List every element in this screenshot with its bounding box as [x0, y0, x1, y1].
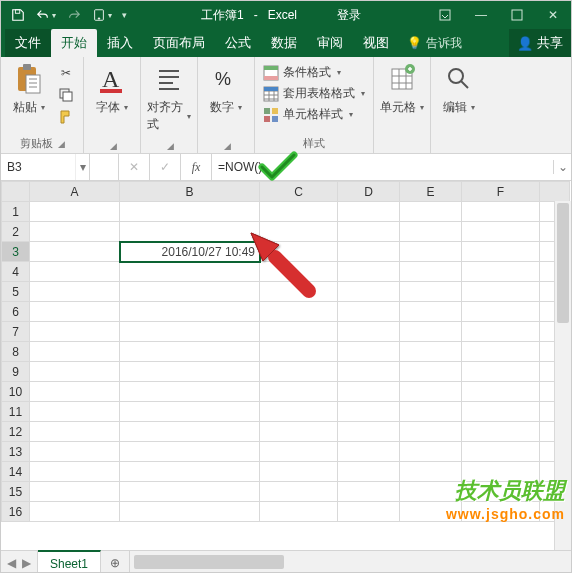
insert-function-button[interactable]: fx	[181, 154, 212, 180]
name-box-input[interactable]	[1, 154, 75, 180]
tell-me[interactable]: 💡告诉我	[399, 29, 470, 57]
col-header[interactable]: C	[260, 182, 338, 202]
col-header[interactable]: B	[120, 182, 260, 202]
group-cells: 单元格▾	[374, 57, 431, 153]
row-header[interactable]: 9	[2, 362, 30, 382]
align-launcher[interactable]: ◢	[167, 141, 174, 151]
touch-mode-button[interactable]: ▾	[89, 3, 115, 27]
share-button[interactable]: 👤共享	[509, 29, 571, 57]
col-header[interactable]	[540, 182, 570, 202]
conditional-format-button[interactable]: 条件格式▾	[261, 63, 367, 82]
editing-button[interactable]: 编辑▾	[437, 61, 481, 116]
svg-rect-15	[264, 76, 278, 80]
row-header[interactable]: 2	[2, 222, 30, 242]
paste-button[interactable]: 粘贴▾	[7, 61, 51, 116]
tab-review[interactable]: 审阅	[307, 29, 353, 57]
clipboard-launcher[interactable]: ◢	[58, 139, 65, 149]
row-header[interactable]: 7	[2, 322, 30, 342]
svg-rect-6	[23, 64, 31, 70]
svg-rect-9	[63, 92, 72, 101]
sheet-nav[interactable]: ◀▶	[1, 551, 38, 573]
close-button[interactable]: ✕	[535, 1, 571, 29]
row-header[interactable]: 10	[2, 382, 30, 402]
select-all-corner[interactable]	[2, 182, 30, 202]
row-header[interactable]: 12	[2, 422, 30, 442]
svg-point-2	[98, 18, 99, 19]
row-header[interactable]: 4	[2, 262, 30, 282]
horizontal-scrollbar[interactable]	[130, 551, 571, 573]
new-sheet-button[interactable]: ⊕	[101, 551, 130, 573]
tab-formulas[interactable]: 公式	[215, 29, 261, 57]
scrollbar-thumb[interactable]	[134, 555, 284, 569]
undo-button[interactable]: ▾	[33, 3, 59, 27]
enter-formula-button[interactable]: ✓	[150, 154, 181, 180]
svg-rect-18	[264, 108, 270, 114]
formula-input-wrap: ⌄	[212, 154, 571, 180]
tab-view[interactable]: 视图	[353, 29, 399, 57]
tab-page-layout[interactable]: 页面布局	[143, 29, 215, 57]
svg-rect-11	[100, 89, 122, 93]
qat-customize-button[interactable]: ▾	[117, 3, 131, 27]
row-header[interactable]: 11	[2, 402, 30, 422]
redo-button[interactable]	[61, 3, 87, 27]
row-header[interactable]: 13	[2, 442, 30, 462]
save-button[interactable]	[5, 3, 31, 27]
col-header[interactable]: A	[30, 182, 120, 202]
tab-file[interactable]: 文件	[5, 29, 51, 57]
share-icon: 👤	[517, 36, 533, 51]
sheet-tab[interactable]: Sheet1	[38, 550, 101, 573]
ribbon-tabs: 文件 开始 插入 页面布局 公式 数据 审阅 视图 💡告诉我 👤共享	[1, 29, 571, 57]
cell-styles-button[interactable]: 单元格样式▾	[261, 105, 367, 124]
row-header[interactable]: 6	[2, 302, 30, 322]
font-launcher[interactable]: ◢	[110, 141, 117, 151]
col-header[interactable]: E	[400, 182, 462, 202]
row-header[interactable]: 5	[2, 282, 30, 302]
format-as-table-button[interactable]: 套用表格格式▾	[261, 84, 367, 103]
row-header[interactable]: 15	[2, 482, 30, 502]
copy-button[interactable]	[55, 85, 77, 105]
cell-b3[interactable]: 2016/10/27 10:49	[120, 242, 260, 262]
login-link[interactable]: 登录	[337, 7, 361, 24]
svg-rect-20	[264, 116, 270, 122]
title-bar: ▾ ▾ ▾ 工作簿1 - Excel 登录 — ✕	[1, 1, 571, 29]
formula-input[interactable]	[212, 160, 553, 174]
expand-formula-bar-button[interactable]: ⌄	[553, 160, 571, 174]
row-header[interactable]: 3	[2, 242, 30, 262]
name-box[interactable]: ▾	[1, 154, 90, 180]
lightbulb-icon: 💡	[407, 36, 422, 50]
svg-rect-7	[26, 75, 40, 93]
row-header[interactable]: 8	[2, 342, 30, 362]
cancel-formula-button[interactable]: ✕	[119, 154, 150, 180]
format-painter-button[interactable]	[55, 107, 77, 127]
tab-insert[interactable]: 插入	[97, 29, 143, 57]
number-launcher[interactable]: ◢	[224, 141, 231, 151]
scrollbar-thumb[interactable]	[557, 203, 569, 323]
app-window: ▾ ▾ ▾ 工作簿1 - Excel 登录 — ✕ 文件 开始 插入 页面布局 …	[0, 0, 572, 573]
row-header[interactable]: 1	[2, 202, 30, 222]
ribbon-options-button[interactable]	[427, 1, 463, 29]
col-header[interactable]: D	[338, 182, 400, 202]
group-alignment: 对齐方式▾ ◢	[141, 57, 198, 153]
maximize-button[interactable]	[499, 1, 535, 29]
cut-button[interactable]: ✂	[55, 63, 77, 83]
vertical-scrollbar[interactable]	[554, 201, 571, 550]
sheet-prev-icon: ◀	[7, 556, 16, 570]
app-name: Excel	[268, 8, 297, 22]
col-header[interactable]: F	[462, 182, 540, 202]
window-title: 工作簿1 - Excel 登录	[135, 7, 427, 24]
alignment-button[interactable]: 对齐方式▾	[147, 61, 191, 133]
tab-home[interactable]: 开始	[51, 29, 97, 57]
cells-button[interactable]: 单元格▾	[380, 61, 424, 116]
group-number: % 数字▾ ◢	[198, 57, 255, 153]
worksheet-grid[interactable]: A B C D E F 1 2 32016/10/27 10:49 4 5 6 …	[1, 181, 571, 550]
row-header[interactable]: 14	[2, 462, 30, 482]
svg-rect-17	[264, 87, 278, 91]
minimize-button[interactable]: —	[463, 1, 499, 29]
row-header[interactable]: 16	[2, 502, 30, 522]
number-button[interactable]: % 数字▾	[204, 61, 248, 116]
font-button[interactable]: A 字体▾	[90, 61, 134, 116]
document-name: 工作簿1	[201, 7, 244, 24]
name-box-dropdown[interactable]: ▾	[75, 154, 89, 180]
tab-data[interactable]: 数据	[261, 29, 307, 57]
svg-point-24	[449, 69, 463, 83]
